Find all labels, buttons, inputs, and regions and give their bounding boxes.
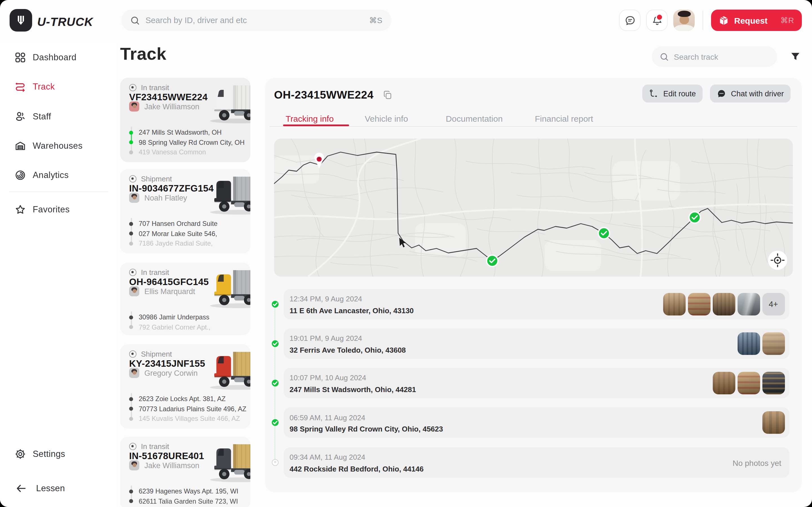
package-icon: [718, 15, 729, 25]
notifications-button[interactable]: [646, 10, 668, 31]
shipment-card-OH-96415GFC145[interactable]: In transitOH-96415GFC145Ellis Marquardt3…: [120, 263, 250, 335]
map-checkpoint-3: [689, 212, 700, 223]
timeline-row[interactable]: 19:01 PM, 9 Aug 202432 Ferris Ave Toledo…: [283, 328, 789, 358]
timeline-row[interactable]: 09:34 AM, 11 Aug 2024442 Rockside Rd Bed…: [283, 447, 789, 477]
truck-image: [207, 173, 250, 217]
tab-vehicle-info[interactable]: Vehicle info: [365, 114, 408, 123]
stop-dot: [129, 241, 133, 245]
global-search-input[interactable]: Search by ID, driver and etc ⌘S: [121, 10, 391, 31]
stop-address: 707 Hansen Orchard Suite: [139, 220, 217, 228]
shipment-card-KY-23415JNF155[interactable]: ShipmentKY-23415JNF155Gregory Corwin2623…: [120, 344, 250, 429]
timeline-time: 06:59 AM, 11 Aug 2024: [290, 413, 365, 421]
warehouse-photo[interactable]: [663, 293, 686, 315]
sidebar-item-staff[interactable]: Staff: [0, 105, 116, 128]
analytics-icon: [0, 170, 26, 181]
timeline-time: 09:34 AM, 11 Aug 2024: [290, 453, 365, 461]
shipment-card-IN-51678URE401[interactable]: In transitIN-51678URE401Jake Williamson6…: [120, 437, 250, 507]
shield-icon: [14, 13, 28, 27]
timeline-check-icon: [272, 300, 278, 307]
route-map[interactable]: [274, 138, 793, 277]
user-avatar[interactable]: [673, 10, 695, 31]
shipment-id: IN-51678URE401: [129, 451, 204, 461]
stop-row: 30986 Jamir Underpass: [129, 313, 209, 321]
warehouse-photo[interactable]: [762, 372, 784, 394]
tabs-divider: [269, 126, 797, 127]
warehouse-photo[interactable]: [712, 372, 735, 394]
locate-button[interactable]: [768, 251, 787, 270]
filter-button[interactable]: [787, 48, 803, 64]
stop-row: 792 Gabriel Corner Apt.,: [129, 323, 210, 331]
sidebar-item-label: Staff: [33, 112, 51, 122]
edit-route-icon: [649, 89, 659, 98]
driver-avatar: [129, 460, 139, 470]
stop-dot: [129, 499, 133, 503]
messages-button[interactable]: [619, 10, 641, 31]
warehouse-photo[interactable]: [737, 293, 760, 315]
tab-tracking-info[interactable]: Tracking info: [283, 114, 334, 123]
warehouse-photo[interactable]: [737, 332, 760, 355]
status-icon: [129, 350, 137, 358]
stop-address: 7186 Jayde Radial Suite,: [139, 239, 213, 247]
stop-dot: [129, 315, 133, 319]
stop-dot: [129, 489, 133, 493]
stop-address: 62611 Talia Garden Suite 723, WI: [139, 497, 238, 505]
stop-row: 145 Kuvalis Villages Suite 466, AZ: [129, 414, 240, 422]
sidebar-item-label: Settings: [33, 449, 65, 459]
sidebar-item-analytics[interactable]: Analytics: [0, 164, 116, 186]
timeline-row[interactable]: 10:07 PM, 10 Aug 2024247 Mills St Wadswo…: [283, 368, 789, 398]
sidebar-item-label: Track: [33, 82, 55, 92]
request-button[interactable]: Request ⌘R: [711, 10, 802, 31]
sidebar-collapse-button[interactable]: Lessen: [0, 477, 116, 500]
tab-financial-report[interactable]: Financial report: [535, 114, 593, 123]
copy-icon[interactable]: [384, 91, 392, 101]
stop-address: 2623 Zoie Locks Apt. 381, AZ: [139, 395, 225, 403]
chat-bubble-icon: [717, 89, 726, 98]
driver-avatar: [129, 368, 139, 378]
sidebar-item-label: Warehouses: [33, 141, 83, 151]
stop-address: 419 Vanessa Common: [139, 148, 206, 156]
stop-row: 027 Morar Lake Suite 546,: [129, 230, 217, 237]
filter-icon: [790, 51, 801, 62]
stop-address: 98 Spring Valley Rd Crown City, OH: [139, 138, 245, 146]
track-search-input[interactable]: Search track: [652, 46, 777, 67]
stop-dot: [129, 150, 133, 154]
truck-image: [207, 82, 250, 126]
stop-row: 70773 Ladarius Plains Suite 496, AZ: [129, 405, 246, 413]
no-photos-label: No photos yet: [732, 458, 781, 467]
timeline-row[interactable]: 06:59 AM, 11 Aug 202498 Spring Valley Rd…: [283, 407, 789, 438]
stop-dot: [129, 325, 133, 329]
status-icon: [129, 443, 137, 450]
shipment-card-IN-9034677ZFG154[interactable]: ShipmentIN-9034677ZFG154Noah Flatley707 …: [120, 169, 250, 253]
shipment-id: KY-23415JNF155: [129, 358, 205, 369]
edit-route-button[interactable]: Edit route: [642, 84, 703, 103]
shipment-status: Shipment: [141, 175, 172, 183]
sidebar-item-settings[interactable]: Settings: [0, 443, 116, 465]
warehouse-photo[interactable]: [737, 372, 760, 394]
sidebar-item-warehouses[interactable]: Warehouses: [0, 135, 116, 157]
sidebar-item-dashboard[interactable]: Dashboard: [0, 46, 116, 69]
timeline-address: 442 Rockside Rd Bedford, Ohio, 44146: [290, 464, 423, 473]
global-search-shortcut: ⌘S: [369, 16, 382, 25]
global-search-placeholder: Search by ID, driver and etc: [146, 16, 369, 25]
timeline-time: 10:07 PM, 10 Aug 2024: [290, 374, 366, 382]
driver-avatar: [129, 101, 139, 112]
sidebar-item-favorites[interactable]: Favorites: [0, 198, 116, 221]
warehouse-photo[interactable]: [712, 293, 735, 315]
chat-with-driver-button[interactable]: Chat with driver: [710, 84, 791, 103]
timeline-address: 32 Ferris Ave Toledo, Ohio, 43608: [290, 346, 406, 354]
chat-icon: [624, 14, 636, 26]
shipment-card-VF23415WWE224[interactable]: In transitVF23415WWE224Jake Williamson24…: [120, 78, 250, 162]
sidebar-divider: [9, 191, 108, 192]
warehouse-photo[interactable]: [762, 411, 784, 434]
more-photos-badge[interactable]: 4+: [762, 293, 784, 315]
status-icon: [129, 84, 137, 91]
stop-dot: [129, 130, 133, 134]
sidebar: DashboardTrackStaffWarehousesAnalyticsFa…: [0, 43, 116, 507]
tab-documentation[interactable]: Documentation: [446, 114, 503, 123]
sidebar-item-track[interactable]: Track: [0, 75, 116, 98]
timeline-row[interactable]: 12:34 PM, 9 Aug 202411 E 6th Ave Lancast…: [283, 289, 789, 319]
driver-name: Gregory Corwin: [144, 369, 198, 377]
warehouse-photo[interactable]: [688, 293, 710, 315]
sidebar-item-label: Favorites: [33, 205, 70, 215]
warehouse-photo[interactable]: [762, 332, 784, 355]
